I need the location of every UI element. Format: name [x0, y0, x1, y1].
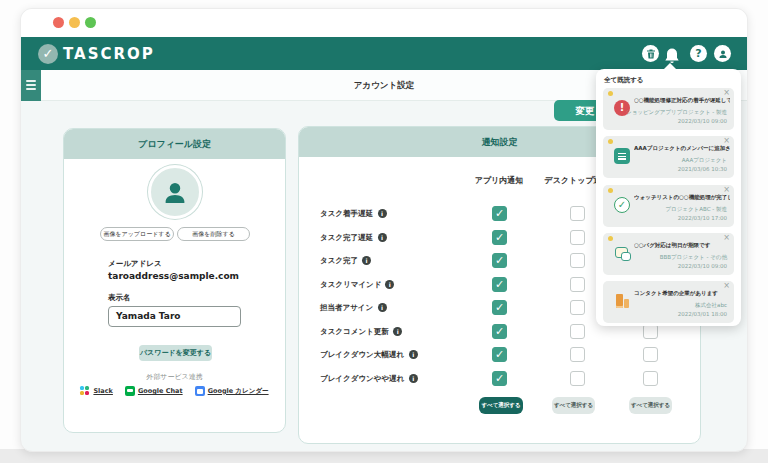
select-all-desktop-button[interactable]: すべて選択する [552, 397, 595, 414]
maximize-window-button[interactable] [85, 17, 96, 28]
checkbox-desktop-notification[interactable] [570, 253, 585, 268]
display-name-input[interactable]: Yamada Taro [108, 306, 241, 327]
info-icon: i [378, 209, 387, 218]
notification-title: ○○機能処理修正対応の着手が遅延しています [634, 97, 730, 104]
close-window-button[interactable] [53, 17, 64, 28]
info-icon: i [385, 280, 394, 289]
mark-all-read-link[interactable]: 全て既読する [604, 76, 643, 85]
checkbox-desktop-notification[interactable] [570, 324, 585, 339]
checkbox-app-notification[interactable] [492, 277, 507, 292]
setting-label: タスクリマインド [320, 280, 381, 290]
display-name-label: 表示名 [108, 293, 131, 303]
checkbox-third-notification[interactable] [643, 347, 658, 362]
avatar [148, 165, 202, 219]
checkbox-desktop-notification[interactable] [570, 347, 585, 362]
checkbox-desktop-notification[interactable] [570, 277, 585, 292]
info-icon: i [378, 233, 387, 242]
email-value: taroaddress@sample.com [108, 271, 239, 281]
profile-settings-panel: プロフィール設定 画像をアップロードする 画像を削除する メールアドレス tar… [63, 128, 286, 433]
notification-type-icon [614, 293, 630, 309]
close-icon[interactable]: × [723, 136, 730, 145]
info-icon: i [362, 256, 371, 265]
notification-item[interactable]: × ✓ ウォッチリストの○○機能処理が完了しました! プロジェクトABC - 製… [603, 185, 734, 227]
checkbox-desktop-notification[interactable] [570, 230, 585, 245]
notifications-dropdown: 全て既読する × ! ○○機能処理修正対応の着手が遅延しています ショッピングア… [596, 69, 741, 326]
notification-title: ウォッチリストの○○機能処理が完了しました! [634, 194, 730, 201]
notification-item[interactable]: × ! ○○機能処理修正対応の着手が遅延しています ショッピングアプリプロジェク… [603, 88, 734, 130]
app-window: ✓ TASCROP ? アカウント設定 変更 プロフィール設定 [20, 8, 748, 452]
info-icon: i [378, 303, 387, 312]
setting-label: タスク着手遅延 [320, 209, 373, 219]
notification-item[interactable]: × コンタクト希望の企業があります 株式会社abc 2022/03/01 18:… [603, 281, 734, 323]
checkbox-app-notification[interactable] [492, 206, 507, 221]
slack-icon [80, 386, 90, 396]
unread-dot [608, 91, 613, 96]
unread-dot [608, 188, 613, 193]
profile-panel-title: プロフィール設定 [64, 129, 285, 159]
notification-source: AAAプロジェクト [682, 157, 727, 164]
notification-setting-row: ブレイクダウン大幅遅れ i [299, 347, 700, 363]
delete-image-button[interactable]: 画像を削除する [177, 227, 250, 241]
checkbox-app-notification[interactable] [492, 230, 507, 245]
info-icon: i [409, 374, 418, 383]
notification-title: ○○バグ対応は明日が期限です [634, 242, 730, 249]
checkbox-app-notification[interactable] [492, 300, 507, 315]
avatar-person-icon [160, 178, 190, 208]
info-icon: i [393, 327, 402, 336]
info-icon: i [409, 350, 418, 359]
checkbox-app-notification[interactable] [492, 371, 507, 386]
checkbox-desktop-notification[interactable] [570, 371, 585, 386]
notification-source: 株式会社abc [695, 302, 727, 309]
setting-label: タスク完了 [320, 256, 358, 266]
checkbox-app-notification[interactable] [492, 347, 507, 362]
notification-source: BBBプロジェクト - その他 [660, 254, 727, 261]
help-icon[interactable]: ? [690, 45, 707, 62]
close-icon[interactable]: × [723, 185, 730, 194]
select-all-third-button[interactable]: すべて選択する [629, 397, 672, 414]
notification-type-icon [614, 148, 630, 164]
checkbox-app-notification[interactable] [492, 324, 507, 339]
close-icon[interactable]: × [723, 233, 730, 242]
upload-image-button[interactable]: 画像をアップロードする [100, 227, 174, 241]
unread-dot [608, 236, 613, 241]
brand-check-icon: ✓ [38, 44, 58, 64]
external-services-label: 外部サービス連携 [64, 372, 285, 382]
app-header: ✓ TASCROP ? [21, 37, 747, 70]
close-icon[interactable]: × [723, 88, 730, 97]
close-icon[interactable]: × [723, 281, 730, 290]
google-calendar-link[interactable]: Google カレンダー [195, 386, 269, 396]
google-chat-icon [125, 386, 135, 396]
notification-date: 2022/03/10 17:00 [678, 215, 727, 221]
external-services-row: Slack Google Chat Google カレンダー [64, 386, 285, 396]
setting-label: ブレイクダウン大幅遅れ [320, 350, 404, 360]
google-calendar-icon [195, 386, 205, 396]
notification-item[interactable]: × ○○バグ対応は明日が期限です BBBプロジェクト - その他 2022/03… [603, 233, 734, 275]
notification-type-icon [614, 245, 630, 261]
trash-icon[interactable] [642, 45, 659, 62]
user-icon[interactable] [714, 45, 731, 62]
select-all-app-button[interactable]: すべて選択する [479, 397, 523, 414]
bell-icon[interactable] [662, 43, 682, 63]
notification-setting-row: ブレイクダウンやや遅れ i [299, 371, 700, 387]
email-label: メールアドレス [108, 259, 162, 269]
minimize-window-button[interactable] [69, 17, 80, 28]
google-chat-link[interactable]: Google Chat [125, 386, 183, 396]
notification-date: 2021/03/06 10:30 [678, 166, 727, 172]
slack-link[interactable]: Slack [80, 386, 112, 396]
notification-title: コンタクト希望の企業があります [634, 290, 730, 297]
notification-title: AAAプロジェクトのメンバーに追加されました [634, 145, 730, 152]
setting-label: 担当者アサイン [320, 303, 373, 313]
checkbox-desktop-notification[interactable] [570, 206, 585, 221]
checkbox-desktop-notification[interactable] [570, 300, 585, 315]
checkbox-third-notification[interactable] [643, 371, 658, 386]
column-header-app: アプリ内通知 [454, 175, 544, 186]
window-titlebar [21, 9, 747, 37]
unread-dot [608, 139, 613, 144]
notification-item[interactable]: × AAAプロジェクトのメンバーに追加されました AAAプロジェクト 2021/… [603, 136, 734, 178]
checkbox-app-notification[interactable] [492, 253, 507, 268]
change-password-button[interactable]: パスワードを変更する [139, 345, 212, 361]
setting-label: ブレイクダウンやや遅れ [320, 374, 404, 384]
setting-label: タスクコメント更新 [320, 327, 389, 337]
notification-source: プロジェクトABC - 製造 [665, 206, 727, 213]
notification-date: 2022/03/10 09:00 [678, 263, 727, 269]
